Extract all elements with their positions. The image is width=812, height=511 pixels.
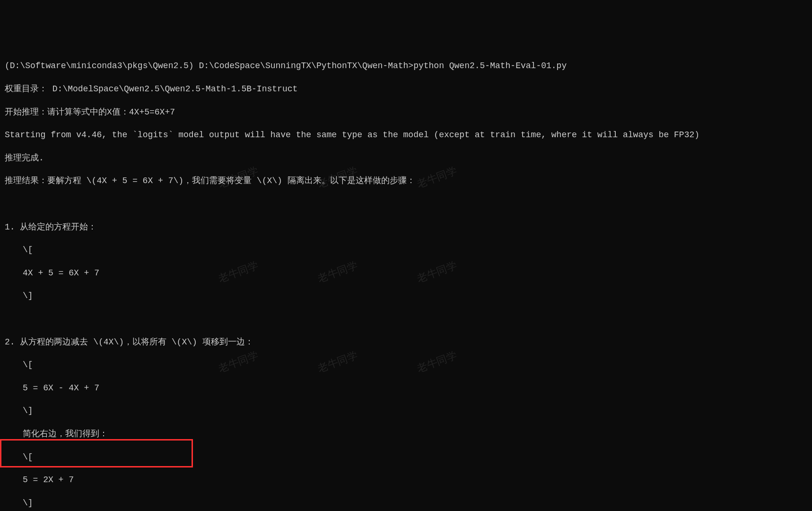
step2-open2: \[ [5, 451, 807, 463]
step1-header: 1. 从给定的方程开始： [5, 221, 807, 233]
step2-close1: \] [5, 405, 807, 416]
start-infer-line: 开始推理：请计算等式中的X值：4X+5=6X+7 [5, 106, 807, 118]
step1-eq: 4X + 5 = 6X + 7 [5, 267, 807, 279]
warning-line: Starting from v4.46, the `logits` model … [5, 129, 807, 141]
step2-eq2: 5 = 2X + 7 [5, 474, 807, 485]
step2-header: 2. 从方程的两边减去 \(4X\)，以将所有 \(X\) 项移到一边： [5, 336, 807, 348]
infer-done-line: 推理完成. [5, 152, 807, 164]
step2-open: \[ [5, 359, 807, 370]
step2-close2: \] [5, 497, 807, 509]
infer-result-intro: 推理结果：要解方程 \(4X + 5 = 6X + 7\)，我们需要将变量 \(… [5, 175, 807, 186]
step1-close: \] [5, 290, 807, 301]
terminal-output[interactable]: (D:\Software\miniconda3\pkgs\Qwen2.5) D:… [5, 49, 807, 511]
weight-dir-line: 权重目录： D:\ModelSpace\Qwen2.5\Qwen2.5-Math… [5, 83, 807, 95]
prompt-line: (D:\Software\miniconda3\pkgs\Qwen2.5) D:… [5, 60, 807, 71]
step2-eq1: 5 = 6X - 4X + 7 [5, 382, 807, 394]
step2-simplify: 简化右边，我们得到： [5, 428, 807, 440]
step1-open: \[ [5, 244, 807, 256]
blank-line [5, 198, 807, 210]
blank-line [5, 313, 807, 325]
